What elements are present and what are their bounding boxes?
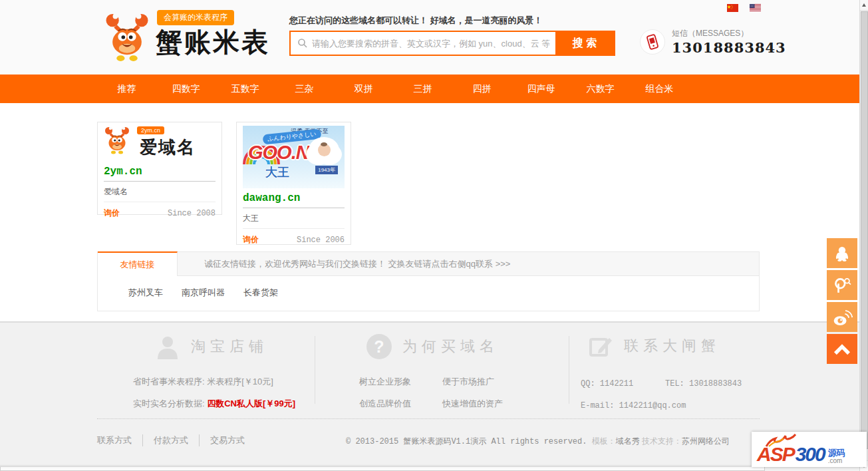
nav-item-3pinyin[interactable]: 三拼 <box>393 83 452 95</box>
main-nav: 推荐 四数字 五数字 三杂 双拼 三拼 四拼 四声母 六数字 组合米 <box>0 75 859 103</box>
scroll-up-button[interactable] <box>860 0 868 11</box>
support-link[interactable]: 苏州网络公司 <box>682 436 730 446</box>
footer-divider <box>315 336 315 404</box>
horizontal-scrollbar[interactable] <box>0 465 859 471</box>
friend-links-box: 友情链接 诚征友情链接，欢迎优秀网站与我们交换链接！ 交换友链请点击右侧qq联系… <box>97 251 760 311</box>
image-brand-text: GOO.N <box>248 142 309 164</box>
contact-qq: QQ: 1142211 <box>581 379 633 389</box>
footer-col-title-text: 为何买域名 <box>402 337 499 357</box>
friend-links-header: 友情链接 诚征友情链接，欢迎优秀网站与我们交换链接！ 交换友链请点击右侧qq联系… <box>98 252 759 276</box>
horizontal-scrollbar-thumb[interactable] <box>0 466 765 471</box>
domain-card-dawang-image: 温柔 无微不至 ふんわりやさしい GOO.N 大王 1943年 <box>243 126 345 188</box>
domain-description: 爱域名 <box>104 182 216 202</box>
card-footer: 询价 Since 2008 <box>104 202 216 224</box>
wm-yuanma: 源码 <box>828 448 845 457</box>
since-label: Since 2006 <box>297 236 345 245</box>
vertical-scrollbar-thumb[interactable] <box>861 11 868 449</box>
footer-col-contact-title: 联系大闸蟹 <box>589 334 720 358</box>
line-label: 省时省事米表程序: <box>133 377 207 387</box>
phone-number: 13018883843 <box>672 39 786 56</box>
inquiry-link[interactable]: 询价 <box>243 234 259 245</box>
image-brand-subtext: 大王 <box>265 164 289 180</box>
paipai-search-button[interactable] <box>827 270 857 300</box>
nav-item-6digit[interactable]: 六数字 <box>571 83 630 95</box>
phone-circle <box>640 29 665 55</box>
friend-link-changchun-shelf[interactable]: 长春货架 <box>243 287 278 299</box>
contact-tel: TEL: 13018883843 <box>665 379 742 389</box>
back-to-top-button[interactable] <box>827 334 857 364</box>
bottom-link-contact[interactable]: 联系方式 <box>97 434 142 446</box>
domain-name-link[interactable]: 2ym.cn <box>104 162 216 182</box>
footer: 淘宝店铺 省时省事米表程序: 米表程序[￥10元] 实时实名分析数据: 四数CN… <box>0 321 859 471</box>
program-price-link[interactable]: 米表程序[￥10元] <box>207 377 273 387</box>
nav-item-4initials[interactable]: 四声母 <box>511 83 571 95</box>
nav-item-2pinyin[interactable]: 双拼 <box>334 83 393 95</box>
friend-link-suzhou-forklift[interactable]: 苏州叉车 <box>128 287 163 299</box>
template-label: 模板： <box>592 436 616 446</box>
weibo-icon <box>831 308 853 327</box>
china-flag-icon[interactable] <box>727 4 738 12</box>
friend-links-body: 苏州叉车 南京呼叫器 长春货架 <box>98 276 759 299</box>
bottom-links: 联系方式 付款方式 交易方式 <box>97 434 255 446</box>
wm-300: 300 <box>796 444 825 464</box>
domain-card-2ym-image: 2ym.cn 爱域名 <box>104 126 216 162</box>
qq-penguin-icon <box>833 241 851 266</box>
site-logo[interactable]: 会算账的米表程序 蟹账米表 <box>104 8 290 71</box>
qq-contact-button[interactable] <box>827 238 857 268</box>
wm-com: .com <box>828 457 845 464</box>
data-price-link[interactable]: 四数CN私人版[￥99元] <box>207 398 295 408</box>
logo-slogan-badge: 会算账的米表程序 <box>157 10 234 25</box>
sms-label: 短信（MESSAGES） <box>672 28 786 39</box>
vertical-scrollbar[interactable] <box>859 0 868 471</box>
baby-hair <box>321 142 327 146</box>
footer-line-program: 省时省事米表程序: 米表程序[￥10元] <box>133 376 273 388</box>
footer-col-taobao-title: 淘宝店铺 <box>155 334 268 359</box>
footer-line-data: 实时实名分析数据: 四数CN私人版[￥99元] <box>133 398 295 410</box>
nav-item-3mixed[interactable]: 三杂 <box>275 83 334 95</box>
page: 会算账的米表程序 蟹账米表 您正在访问的这些域名都可以转让！ 好域名，是一道亮丽… <box>0 0 868 471</box>
image-domain-badge: 2ym.cn <box>137 126 164 134</box>
template-link[interactable]: 域名秀 <box>616 436 640 446</box>
nav-item-recommend[interactable]: 推荐 <box>97 83 156 95</box>
domain-description: 大王 <box>243 208 345 228</box>
search-field <box>291 32 555 55</box>
search-icon <box>297 38 308 49</box>
bottom-link-payment[interactable]: 付款方式 <box>142 434 199 446</box>
domain-name-link[interactable]: dawang.cn <box>243 188 345 208</box>
friend-link-nanjing-pager[interactable]: 南京呼叫器 <box>182 287 225 299</box>
domain-card-2ym[interactable]: 2ym.cn 爱域名 2ym.cn 爱域名 询价 Since 2008 <box>97 122 222 215</box>
heart-cloud-icon <box>309 137 339 164</box>
tab-friend-links[interactable]: 友情链接 <box>98 251 178 276</box>
footer-divider <box>569 336 569 404</box>
search-bar: 搜 索 <box>289 31 615 56</box>
search-input[interactable] <box>291 32 555 55</box>
image-year-badge: 1943年 <box>315 166 338 174</box>
copyright-text: © 2013-2015 蟹账米表源码V1.1演示 All rights rese… <box>346 437 592 446</box>
header: 会算账的米表程序 蟹账米表 您正在访问的这些域名都可以转让！ 好域名，是一道亮丽… <box>0 0 859 75</box>
usa-flag-icon[interactable] <box>750 4 761 12</box>
chevron-up-icon <box>833 343 851 355</box>
contact-text: 短信（MESSAGES） 13018883843 <box>672 28 786 56</box>
inquiry-link[interactable]: 询价 <box>104 208 120 219</box>
wm-asp: ASP <box>757 444 794 464</box>
search-button[interactable]: 搜 索 <box>555 32 614 55</box>
support-label: 技术支持： <box>640 436 682 446</box>
nav-item-combo[interactable]: 组合米 <box>630 83 689 95</box>
domain-card-dawang[interactable]: 温柔 无微不至 ふんわりやさしい GOO.N 大王 1943年 dawang.c… <box>236 122 351 245</box>
asp300-watermark[interactable]: ASP 300 源码 .com <box>752 432 867 467</box>
nav-item-4digit[interactable]: 四数字 <box>156 83 216 95</box>
friend-links-notice: 诚征友情链接，欢迎优秀网站与我们交换链接！ 交换友链请点击右侧qq联系 >>> <box>204 252 510 275</box>
line-label: 实时实名分析数据: <box>133 398 207 408</box>
card-footer: 询价 Since 2006 <box>243 228 345 251</box>
header-contact: 短信（MESSAGES） 13018883843 <box>640 28 786 56</box>
why-item: 树立企业形象 <box>359 376 411 388</box>
nav-inner: 推荐 四数字 五数字 三杂 双拼 三拼 四拼 四声母 六数字 组合米 <box>97 75 859 103</box>
why-item: 便于市场推广 <box>442 376 494 388</box>
bottom-link-trade[interactable]: 交易方式 <box>199 434 255 446</box>
weibo-button[interactable] <box>827 302 857 332</box>
wm-col: 源码 .com <box>828 448 845 464</box>
nav-item-5digit[interactable]: 五数字 <box>216 83 275 95</box>
person-icon <box>155 334 180 359</box>
scroll-up-icon <box>862 3 866 7</box>
nav-item-4pinyin[interactable]: 四拼 <box>452 83 511 95</box>
